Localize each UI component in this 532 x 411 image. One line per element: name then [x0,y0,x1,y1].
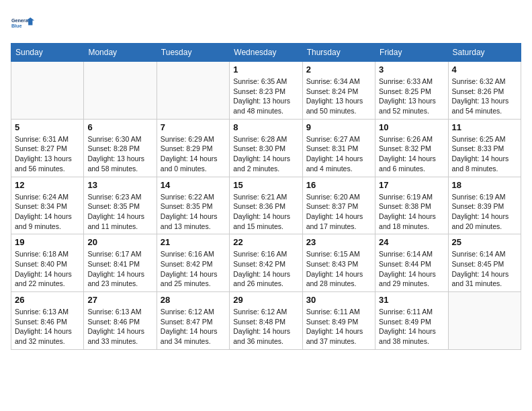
day-info: Sunrise: 6:13 AM Sunset: 8:46 PM Dayligh… [15,307,80,347]
calendar-cell: 14Sunrise: 6:22 AM Sunset: 8:35 PM Dayli… [157,177,229,234]
day-info: Sunrise: 6:25 AM Sunset: 8:33 PM Dayligh… [452,134,517,174]
calendar-cell: 23Sunrise: 6:15 AM Sunset: 8:43 PM Dayli… [302,234,375,292]
day-number: 16 [306,180,371,190]
calendar-cell: 2Sunrise: 6:34 AM Sunset: 8:24 PM Daylig… [302,62,375,120]
calendar-cell [84,62,157,120]
logo-icon: GeneralBlue [11,11,35,35]
calendar-cell: 29Sunrise: 6:12 AM Sunset: 8:48 PM Dayli… [230,292,302,350]
day-info: Sunrise: 6:29 AM Sunset: 8:29 PM Dayligh… [161,134,226,174]
calendar-cell: 24Sunrise: 6:14 AM Sunset: 8:44 PM Dayli… [375,234,448,292]
day-info: Sunrise: 6:13 AM Sunset: 8:46 PM Dayligh… [87,307,152,347]
day-info: Sunrise: 6:31 AM Sunset: 8:27 PM Dayligh… [15,134,80,174]
day-info: Sunrise: 6:14 AM Sunset: 8:44 PM Dayligh… [379,249,444,289]
day-info: Sunrise: 6:11 AM Sunset: 8:49 PM Dayligh… [306,307,371,347]
page-header: GeneralBlue [11,11,521,35]
day-number: 2 [306,64,371,75]
day-number: 23 [306,237,371,247]
day-info: Sunrise: 6:22 AM Sunset: 8:35 PM Dayligh… [161,192,226,232]
calendar-cell: 15Sunrise: 6:21 AM Sunset: 8:36 PM Dayli… [230,177,302,234]
calendar-cell [157,62,229,120]
weekday-header-monday: Monday [84,44,157,62]
day-number: 7 [161,122,226,132]
day-info: Sunrise: 6:28 AM Sunset: 8:30 PM Dayligh… [233,134,298,174]
calendar-cell: 27Sunrise: 6:13 AM Sunset: 8:46 PM Dayli… [84,292,157,350]
weekday-header-saturday: Saturday [448,44,521,62]
day-number: 15 [233,180,298,190]
week-row-2: 5Sunrise: 6:31 AM Sunset: 8:27 PM Daylig… [11,119,521,177]
calendar-cell: 5Sunrise: 6:31 AM Sunset: 8:27 PM Daylig… [11,119,84,177]
day-info: Sunrise: 6:30 AM Sunset: 8:28 PM Dayligh… [87,134,152,174]
calendar-cell: 26Sunrise: 6:13 AM Sunset: 8:46 PM Dayli… [11,292,84,350]
day-info: Sunrise: 6:19 AM Sunset: 8:38 PM Dayligh… [379,192,444,232]
calendar-cell: 12Sunrise: 6:24 AM Sunset: 8:34 PM Dayli… [11,177,84,234]
day-info: Sunrise: 6:12 AM Sunset: 8:47 PM Dayligh… [161,307,226,347]
calendar-cell: 4Sunrise: 6:32 AM Sunset: 8:26 PM Daylig… [448,62,521,120]
day-number: 19 [15,237,80,247]
day-info: Sunrise: 6:19 AM Sunset: 8:39 PM Dayligh… [452,192,517,232]
day-info: Sunrise: 6:11 AM Sunset: 8:49 PM Dayligh… [379,307,444,347]
calendar-cell: 16Sunrise: 6:20 AM Sunset: 8:37 PM Dayli… [302,177,375,234]
day-number: 29 [233,295,298,305]
calendar-cell: 1Sunrise: 6:35 AM Sunset: 8:23 PM Daylig… [230,62,302,120]
calendar-cell: 19Sunrise: 6:18 AM Sunset: 8:40 PM Dayli… [11,234,84,292]
calendar-cell: 13Sunrise: 6:23 AM Sunset: 8:35 PM Dayli… [84,177,157,234]
day-number: 6 [87,122,152,132]
calendar-cell: 20Sunrise: 6:17 AM Sunset: 8:41 PM Dayli… [84,234,157,292]
day-number: 11 [452,122,517,132]
day-info: Sunrise: 6:26 AM Sunset: 8:32 PM Dayligh… [379,134,444,174]
calendar-cell: 17Sunrise: 6:19 AM Sunset: 8:38 PM Dayli… [375,177,448,234]
calendar-cell: 28Sunrise: 6:12 AM Sunset: 8:47 PM Dayli… [157,292,229,350]
day-info: Sunrise: 6:18 AM Sunset: 8:40 PM Dayligh… [15,249,80,289]
weekday-header-thursday: Thursday [302,44,375,62]
logo: GeneralBlue [11,11,35,35]
calendar-cell: 22Sunrise: 6:16 AM Sunset: 8:42 PM Dayli… [230,234,302,292]
day-number: 24 [379,237,444,247]
calendar-cell: 31Sunrise: 6:11 AM Sunset: 8:49 PM Dayli… [375,292,448,350]
day-info: Sunrise: 6:21 AM Sunset: 8:36 PM Dayligh… [233,192,298,232]
day-number: 3 [379,64,444,75]
day-number: 10 [379,122,444,132]
day-number: 9 [306,122,371,132]
day-info: Sunrise: 6:12 AM Sunset: 8:48 PM Dayligh… [233,307,298,347]
day-number: 18 [452,180,517,190]
day-number: 1 [233,64,298,75]
day-number: 4 [452,64,517,75]
calendar-cell: 21Sunrise: 6:16 AM Sunset: 8:42 PM Dayli… [157,234,229,292]
day-number: 31 [379,295,444,305]
day-number: 25 [452,237,517,247]
calendar-cell: 3Sunrise: 6:33 AM Sunset: 8:25 PM Daylig… [375,62,448,120]
calendar-cell: 25Sunrise: 6:14 AM Sunset: 8:45 PM Dayli… [448,234,521,292]
week-row-5: 26Sunrise: 6:13 AM Sunset: 8:46 PM Dayli… [11,292,521,350]
day-info: Sunrise: 6:16 AM Sunset: 8:42 PM Dayligh… [233,249,298,289]
day-info: Sunrise: 6:34 AM Sunset: 8:24 PM Dayligh… [306,77,371,116]
day-number: 26 [15,295,80,305]
weekday-header-wednesday: Wednesday [230,44,302,62]
day-number: 8 [233,122,298,132]
calendar-cell [448,292,521,350]
weekday-header-friday: Friday [375,44,448,62]
day-number: 22 [233,237,298,247]
day-info: Sunrise: 6:15 AM Sunset: 8:43 PM Dayligh… [306,249,371,289]
calendar-cell: 6Sunrise: 6:30 AM Sunset: 8:28 PM Daylig… [84,119,157,177]
day-info: Sunrise: 6:23 AM Sunset: 8:35 PM Dayligh… [87,192,152,232]
calendar-cell: 10Sunrise: 6:26 AM Sunset: 8:32 PM Dayli… [375,119,448,177]
calendar-cell: 11Sunrise: 6:25 AM Sunset: 8:33 PM Dayli… [448,119,521,177]
day-info: Sunrise: 6:35 AM Sunset: 8:23 PM Dayligh… [233,77,298,116]
day-number: 27 [87,295,152,305]
day-number: 5 [15,122,80,132]
day-number: 14 [161,180,226,190]
day-info: Sunrise: 6:32 AM Sunset: 8:26 PM Dayligh… [452,77,517,116]
day-info: Sunrise: 6:16 AM Sunset: 8:42 PM Dayligh… [161,249,226,289]
day-number: 30 [306,295,371,305]
weekday-header-row: SundayMondayTuesdayWednesdayThursdayFrid… [11,44,521,62]
calendar-cell [11,62,84,120]
svg-text:Blue: Blue [11,23,22,29]
day-info: Sunrise: 6:14 AM Sunset: 8:45 PM Dayligh… [452,249,517,289]
calendar-cell: 18Sunrise: 6:19 AM Sunset: 8:39 PM Dayli… [448,177,521,234]
week-row-1: 1Sunrise: 6:35 AM Sunset: 8:23 PM Daylig… [11,62,521,120]
day-number: 12 [15,180,80,190]
calendar-cell: 30Sunrise: 6:11 AM Sunset: 8:49 PM Dayli… [302,292,375,350]
day-number: 13 [87,180,152,190]
day-info: Sunrise: 6:17 AM Sunset: 8:41 PM Dayligh… [87,249,152,289]
week-row-4: 19Sunrise: 6:18 AM Sunset: 8:40 PM Dayli… [11,234,521,292]
